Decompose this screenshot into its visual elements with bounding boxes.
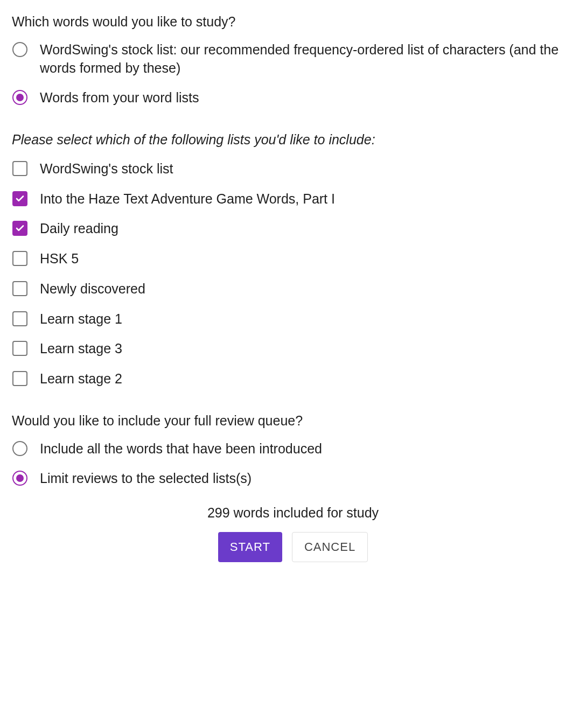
checkbox-icon[interactable] [12, 191, 27, 206]
queue-option-label: Limit reviews to the selected lists(s) [40, 470, 574, 488]
radio-icon[interactable] [12, 42, 27, 57]
queue-heading: Would you like to include your full revi… [12, 412, 574, 430]
radio-icon[interactable] [12, 441, 27, 456]
checkbox-icon[interactable] [12, 371, 27, 386]
list-item-label: Daily reading [40, 220, 574, 238]
lists-subheading: Please select which of the following lis… [12, 131, 574, 149]
list-item-label: Learn stage 2 [40, 370, 574, 388]
queue-option-label: Include all the words that have been int… [40, 440, 574, 458]
list-item[interactable]: Learn stage 1 [12, 310, 574, 328]
list-item-label: Into the Haze Text Adventure Game Words,… [40, 190, 574, 208]
study-heading: Which words would you like to study? [12, 13, 574, 31]
list-item[interactable]: Daily reading [12, 220, 574, 238]
radio-icon[interactable] [12, 471, 27, 486]
summary-text: 299 words included for study [12, 504, 574, 522]
list-item[interactable]: Into the Haze Text Adventure Game Words,… [12, 190, 574, 208]
checkbox-icon[interactable] [12, 251, 27, 266]
list-item-label: Learn stage 1 [40, 310, 574, 328]
study-option-stock[interactable]: WordSwing's stock list: our recommended … [12, 41, 574, 78]
list-item[interactable]: HSK 5 [12, 250, 574, 268]
cancel-button[interactable]: CANCEL [292, 532, 368, 562]
start-button[interactable]: START [218, 532, 282, 562]
checkbox-icon[interactable] [12, 341, 27, 356]
study-option-wordlists[interactable]: Words from your word lists [12, 89, 574, 107]
list-item-label: HSK 5 [40, 250, 574, 268]
radio-icon[interactable] [12, 90, 27, 105]
list-item[interactable]: Learn stage 3 [12, 340, 574, 358]
list-item-label: Learn stage 3 [40, 340, 574, 358]
queue-option-limited[interactable]: Limit reviews to the selected lists(s) [12, 470, 574, 488]
checkbox-icon[interactable] [12, 311, 27, 326]
list-item[interactable]: WordSwing's stock list [12, 160, 574, 178]
checkbox-icon[interactable] [12, 161, 27, 176]
queue-option-all[interactable]: Include all the words that have been int… [12, 440, 574, 458]
study-option-label: WordSwing's stock list: our recommended … [40, 41, 574, 78]
study-option-label: Words from your word lists [40, 89, 574, 107]
list-item-label: WordSwing's stock list [40, 160, 574, 178]
checkbox-icon[interactable] [12, 221, 27, 236]
checkbox-icon[interactable] [12, 281, 27, 296]
list-item[interactable]: Newly discovered [12, 280, 574, 298]
list-item[interactable]: Learn stage 2 [12, 370, 574, 388]
list-item-label: Newly discovered [40, 280, 574, 298]
